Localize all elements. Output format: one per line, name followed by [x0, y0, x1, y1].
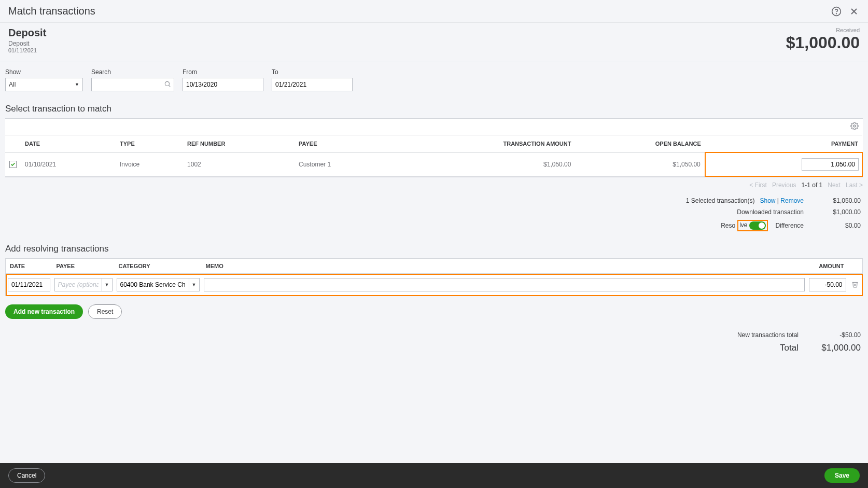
new-transactions-label: New transactions total — [737, 331, 799, 339]
to-label: To — [272, 68, 353, 76]
svg-point-6 — [853, 125, 856, 127]
totals: New transactions total -$50.00 Total $1,… — [0, 327, 868, 366]
trash-icon[interactable] — [851, 282, 859, 289]
cell-type: Invoice — [116, 152, 183, 176]
search-label: Search — [91, 68, 174, 76]
page-title: Match transactions — [8, 5, 95, 17]
selected-amount: $1,050.00 — [814, 197, 861, 204]
col-date: DATE — [21, 135, 116, 153]
pager-prev[interactable]: Previous — [772, 182, 796, 189]
chevron-down-icon[interactable]: ▼ — [189, 278, 200, 291]
resolving-category-input[interactable] — [117, 278, 189, 291]
received-amount: $1,000.00 — [786, 33, 860, 52]
resolve-toggle[interactable] — [749, 221, 766, 230]
row-checkbox[interactable] — [9, 161, 17, 168]
from-label: From — [183, 68, 263, 76]
svg-point-1 — [836, 13, 837, 13]
rcol-date: DATE — [6, 259, 52, 274]
header-bar: Match transactions — [0, 0, 868, 23]
col-txn-amount: TRANSACTION AMOUNT — [392, 135, 576, 153]
difference-label: Difference — [776, 222, 804, 229]
difference-amount: $0.00 — [814, 222, 861, 229]
svg-line-5 — [169, 86, 171, 87]
new-transactions-value: -$50.00 — [809, 331, 861, 339]
chevron-down-icon[interactable]: ▼ — [102, 278, 113, 291]
transactions-table: DATE TYPE REF NUMBER PAYEE TRANSACTION A… — [5, 118, 863, 177]
resolving-amount-input[interactable] — [809, 278, 846, 291]
save-button[interactable]: Save — [824, 468, 860, 483]
resolve-label-mid: lve — [739, 221, 747, 230]
show-link[interactable]: Show — [760, 197, 775, 204]
cell-txn-amount: $1,050.00 — [392, 152, 576, 176]
resolving-payee-input[interactable] — [54, 278, 102, 291]
downloaded-amount: $1,000.00 — [814, 208, 861, 216]
resolving-section-title: Add resolving transactions — [0, 235, 868, 258]
cell-date: 01/10/2021 — [21, 152, 116, 176]
subheader: Deposit Deposit 01/11/2021 Received $1,0… — [0, 23, 868, 62]
resolving-row: ▼ ▼ — [6, 274, 863, 296]
cancel-button[interactable]: Cancel — [8, 468, 45, 483]
pager-next[interactable]: Next — [828, 182, 841, 189]
show-value: All — [9, 81, 16, 88]
resolving-actions: Add new transaction Reset — [0, 296, 868, 327]
show-select[interactable]: All ▼ — [5, 78, 83, 91]
total-value: $1,000.00 — [809, 343, 861, 353]
rcol-amount: AMOUNT — [807, 259, 848, 274]
select-section-title: Select transaction to match — [0, 95, 868, 118]
summary: 1 Selected transaction(s) Show | Remove … — [0, 193, 868, 235]
resolve-label-pre: Reso — [721, 222, 735, 229]
rcol-memo: MEMO — [202, 259, 807, 274]
to-date-input[interactable] — [272, 78, 353, 91]
pager-first[interactable]: < First — [749, 182, 767, 189]
close-icon[interactable] — [848, 6, 860, 17]
rcol-payee: PAYEE — [52, 259, 115, 274]
col-open-balance: OPEN BALANCE — [575, 135, 705, 153]
total-label: Total — [780, 343, 799, 353]
resolving-table: DATE PAYEE CATEGORY MEMO AMOUNT ▼ — [5, 258, 863, 296]
add-new-transaction-button[interactable]: Add new transaction — [5, 304, 83, 319]
col-payee: PAYEE — [295, 135, 392, 153]
received-label: Received — [786, 27, 860, 33]
search-input[interactable] — [91, 78, 174, 91]
cell-open-balance: $1,050.00 — [575, 152, 705, 176]
search-icon[interactable] — [164, 80, 171, 89]
svg-point-4 — [165, 81, 169, 86]
pager-range: 1-1 of 1 — [802, 182, 823, 189]
filters-bar: Show All ▼ Search From To — [0, 62, 868, 95]
resolving-memo-input[interactable] — [204, 278, 805, 291]
col-payment: PAYMENT — [705, 135, 862, 153]
pagination: < First Previous 1-1 of 1 Next Last > — [0, 177, 868, 193]
downloaded-label: Downloaded transaction — [737, 208, 804, 216]
show-label: Show — [5, 68, 83, 76]
transaction-type: Deposit — [8, 27, 46, 39]
rcol-category: CATEGORY — [115, 259, 202, 274]
from-date-input[interactable] — [183, 78, 263, 91]
transaction-date: 01/11/2021 — [8, 47, 46, 53]
cell-ref: 1002 — [183, 152, 295, 176]
selected-count-label: 1 Selected transaction(s) — [686, 197, 755, 204]
footer-bar: Cancel Save — [0, 463, 868, 488]
payment-input[interactable] — [802, 158, 859, 171]
resolving-date-input[interactable] — [8, 278, 50, 291]
chevron-down-icon: ▼ — [75, 82, 79, 87]
col-type: TYPE — [116, 135, 183, 153]
pager-last[interactable]: Last > — [846, 182, 863, 189]
transaction-subtype: Deposit — [8, 40, 46, 47]
remove-link[interactable]: Remove — [780, 197, 804, 204]
gear-icon[interactable] — [850, 122, 859, 132]
col-ref: REF NUMBER — [183, 135, 295, 153]
help-icon[interactable] — [831, 6, 842, 17]
cell-payee: Customer 1 — [295, 152, 392, 176]
table-row[interactable]: 01/10/2021 Invoice 1002 Customer 1 $1,05… — [5, 152, 862, 176]
reset-button[interactable]: Reset — [88, 304, 122, 319]
